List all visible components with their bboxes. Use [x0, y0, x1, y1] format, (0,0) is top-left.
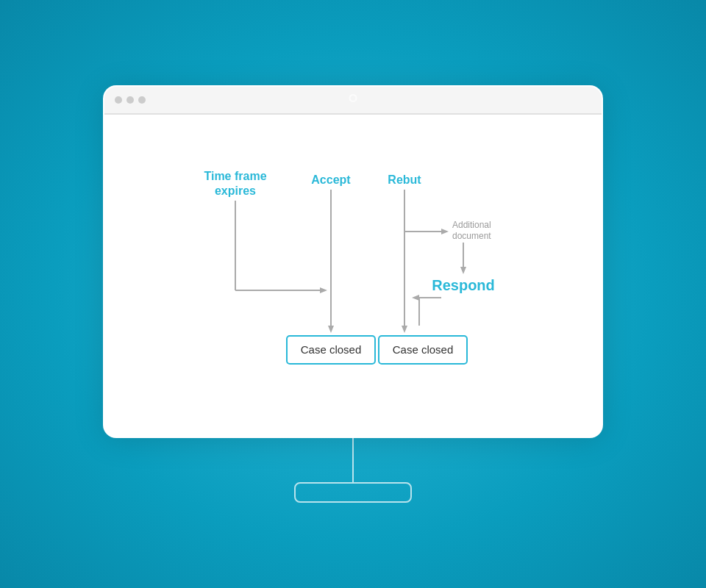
- rebut-label: Rebut: [388, 173, 421, 186]
- browser-bar: [104, 87, 602, 115]
- additional-respond-arrow-head: [460, 267, 466, 274]
- browser-dot-2: [126, 96, 134, 104]
- respond-rebut-arrow-head: [412, 295, 419, 301]
- browser-dot-1: [115, 96, 122, 104]
- time-frame-label-2: expires: [215, 184, 256, 197]
- additional-doc-label: Additional: [452, 220, 491, 230]
- accept-arrow-down-head: [328, 326, 334, 333]
- respond-label: Respond: [432, 277, 495, 293]
- flow-diagram: Time frame expires Accept Rebut: [169, 143, 537, 408]
- monitor-stand-base: [294, 482, 412, 503]
- rebut-arrow-down-head: [402, 326, 407, 333]
- case-closed-text-1: Case closed: [301, 343, 362, 356]
- diagram-svg: Time frame expires Accept Rebut: [169, 143, 537, 408]
- monitor-stand-neck: [352, 438, 354, 482]
- monitor-wrapper: Time frame expires Accept Rebut: [103, 85, 603, 503]
- additional-doc-label-2: document: [452, 231, 491, 241]
- monitor: Time frame expires Accept Rebut: [103, 85, 603, 438]
- screen-content: Time frame expires Accept Rebut: [104, 115, 602, 437]
- time-arrow-right-head: [320, 287, 327, 293]
- browser-dot-3: [138, 96, 146, 104]
- time-frame-label: Time frame: [204, 170, 266, 182]
- accept-label: Accept: [311, 173, 351, 186]
- additional-doc-arrow-head: [441, 229, 449, 234]
- case-closed-text-2: Case closed: [393, 343, 454, 356]
